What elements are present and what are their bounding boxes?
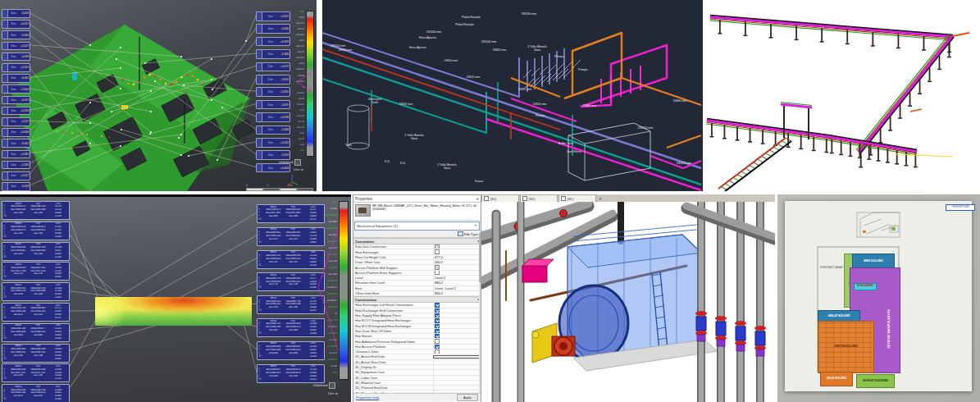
property-checkbox[interactable] [435, 303, 440, 307]
apply-button[interactable]: Apply [457, 394, 478, 401]
properties-titlebar[interactable]: Properties ✕ [353, 195, 481, 203]
pipe-label: K.K. [400, 162, 406, 166]
ruler-segment [297, 188, 314, 191]
deviation-annotation[interactable]: Dev+0.233 [2, 107, 30, 116]
property-value[interactable]: 880.2 [433, 281, 481, 285]
3d-view[interactable] [481, 202, 775, 402]
measurement-table[interactable]: MeasRefDevX5802568.1185802568.8770.241Y4… [2, 323, 70, 342]
undefined-toggle[interactable]: Undefined [313, 382, 335, 389]
view-tab[interactable]: {3D} [481, 194, 519, 202]
property-checkbox[interactable] [435, 271, 440, 275]
property-value[interactable] [433, 376, 481, 380]
pipe-label: Plakal Eşanjör [462, 16, 481, 20]
property-value[interactable] [433, 365, 481, 369]
property-checkbox[interactable] [435, 324, 440, 328]
property-value[interactable] [433, 339, 481, 343]
property-value[interactable] [433, 324, 481, 328]
ruler-label: 2 m [288, 184, 292, 187]
measurement-table[interactable]: MeasRefDevX5802568.0725802568.2500.178Y4… [2, 201, 70, 220]
section-title: Construction [355, 298, 376, 302]
property-checkbox[interactable] [435, 349, 440, 354]
property-value[interactable] [433, 308, 481, 313]
annotation-id-chip [2, 85, 8, 93]
undefined-toggle[interactable]: Undefined [279, 159, 301, 166]
property-value[interactable] [433, 370, 481, 374]
property-checkbox[interactable] [435, 244, 440, 249]
property-value[interactable] [433, 349, 481, 354]
property-checkbox[interactable] [435, 249, 440, 254]
deviation-annotation[interactable]: Dev+0.155 [2, 63, 30, 72]
deviation-annotation[interactable]: Dev+0.046 [2, 128, 30, 137]
property-checkbox[interactable] [435, 318, 440, 322]
property-value[interactable] [433, 386, 481, 390]
table-row: 3D0.144 [3, 256, 68, 259]
property-value[interactable]: 677.0 [433, 255, 481, 259]
close-icon[interactable]: ✕ [476, 197, 479, 201]
property-value[interactable] [433, 334, 481, 338]
property-value[interactable] [433, 360, 481, 364]
property-value[interactable] [433, 329, 481, 333]
measurement-table[interactable]: MeasRefDevX5802568.4045802568.268-0.136Y… [2, 242, 70, 261]
cell [263, 355, 283, 359]
property-checkbox[interactable] [435, 265, 440, 269]
measurement-table[interactable]: MeasRefDevX5802568.1335802568.8620.171Y4… [2, 303, 70, 322]
section-header[interactable]: Construction◂ [353, 296, 481, 303]
property-value[interactable] [433, 318, 481, 322]
property-value[interactable] [433, 271, 481, 275]
measurement-table[interactable]: MeasRefDevX5802568.5105802568.6250.115Y4… [2, 222, 70, 240]
tab-close-icon[interactable]: ✕ [597, 195, 604, 202]
properties-help-link[interactable]: Properties help [356, 395, 379, 400]
measurement-table[interactable]: MeasRefDevX5802568.3035802568.736-0.364Y… [2, 384, 70, 402]
deviation-annotation[interactable]: Dev-0.003 [2, 9, 30, 18]
property-value[interactable]: 880.2 [433, 291, 481, 295]
measurement-table[interactable]: MeasRefDevX5802568.4345802568.130-0.304Y… [2, 282, 70, 301]
property-label: Access Platform Mid Support [353, 266, 433, 270]
deviation-annotation[interactable]: Dev-0.002 [2, 139, 30, 148]
property-value[interactable] [433, 313, 481, 317]
undefined-checkbox[interactable] [329, 382, 335, 389]
property-value[interactable] [433, 381, 481, 385]
deviation-annotation[interactable]: Dev+0.027 [2, 42, 30, 51]
category-selector[interactable]: Mechanical Equipment (1) ▼ [354, 222, 480, 231]
measurement-table[interactable]: MeasRefDevX5802568.3835802568.394-0.063Y… [2, 344, 70, 363]
deviation-annotation[interactable]: Dev-0.127 [2, 117, 30, 126]
annotation-dev-value: -0.061 [19, 76, 30, 80]
view-tab[interactable]: {3D} [520, 194, 558, 202]
deviation-annotation[interactable]: Dev+0.004 [2, 85, 30, 94]
property-value[interactable]: Level : Level 2 [433, 286, 481, 290]
property-value[interactable]: Level 2 [433, 276, 481, 280]
pipe-label: Buffer Tank [558, 143, 573, 146]
deviation-annotation[interactable]: Dev-0.061 [2, 74, 30, 83]
property-checkbox[interactable] [435, 313, 440, 317]
property-value[interactable] [433, 345, 481, 349]
deviation-annotation[interactable]: Dev-0.040 [2, 30, 30, 39]
deviation-annotation[interactable]: Dev-0.058 [2, 182, 30, 191]
measurement-table[interactable]: MeasRefDevX5802568.3635802567.932-0.431Y… [2, 262, 70, 281]
deviation-annotation[interactable]: Dev-0.008 [2, 53, 30, 62]
unit-label: Unit: m [328, 392, 338, 395]
measurement-table[interactable]: MeasRefDevX5802568.3385802568.3300.208Y4… [2, 363, 70, 382]
properties-scrollbar[interactable] [479, 231, 481, 395]
section-header[interactable]: Constraints◂ [353, 238, 481, 244]
deviation-annotation[interactable]: Dev+0.012 [2, 20, 30, 29]
property-checkbox[interactable] [435, 308, 440, 313]
property-value[interactable] [433, 265, 481, 269]
view-tab[interactable]: {3D} [558, 194, 596, 202]
deviation-annotation[interactable]: Dev+0.017 [2, 171, 30, 180]
property-value-input[interactable] [433, 355, 480, 359]
property-checkbox[interactable] [435, 339, 440, 343]
property-value[interactable] [433, 303, 481, 307]
deviation-annotation[interactable]: Dev-0.330 [2, 161, 30, 170]
property-value[interactable]: 260.5 [433, 260, 481, 264]
property-value[interactable] [433, 249, 481, 254]
undefined-checkbox[interactable] [294, 159, 301, 166]
property-checkbox[interactable] [435, 334, 440, 338]
annotation-id-chip [257, 50, 262, 58]
property-checkbox[interactable] [435, 345, 440, 349]
cell: 0.369 [48, 398, 68, 401]
edit-type-button[interactable]: Edit Type [464, 232, 478, 236]
deviation-annotation[interactable]: Dev-0.019 [2, 96, 30, 105]
deviation-annotation[interactable]: Dev+0.081 [2, 150, 30, 159]
property-checkbox[interactable] [435, 329, 440, 333]
property-value[interactable] [433, 244, 481, 249]
